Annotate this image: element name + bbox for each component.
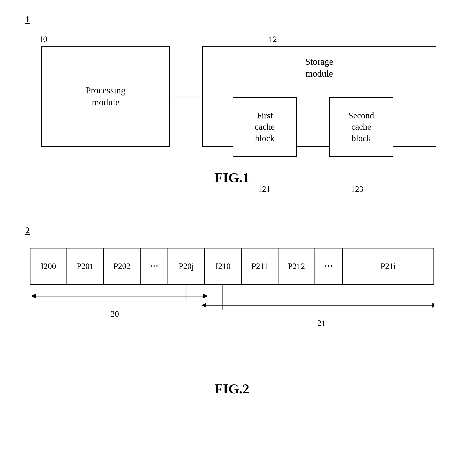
first-cache-block-box: Firstcacheblock xyxy=(233,97,297,157)
sequence-svg: I200 P201 P202 ··· P20j I210 P211 P212 ·… xyxy=(30,248,434,335)
svg-text:I200: I200 xyxy=(41,262,56,271)
fig1-label-12: 12 xyxy=(269,34,277,44)
fig1-main-label: 1 xyxy=(25,14,30,25)
svg-text:P212: P212 xyxy=(288,262,305,271)
svg-text:21: 21 xyxy=(317,319,326,328)
sequence-container: I200 P201 P202 ··· P20j I210 P211 P212 ·… xyxy=(30,248,434,317)
fig1-label-123: 123 xyxy=(351,184,363,194)
storage-module-box: Storagemodule Firstcacheblock Secondcach… xyxy=(202,46,436,147)
storage-module-label: Storagemodule xyxy=(203,56,436,80)
fig1-section: 1 10 12 Processingmodule Storagemodule F… xyxy=(18,14,446,193)
svg-marker-24 xyxy=(203,294,208,298)
svg-text:P21i: P21i xyxy=(380,262,396,271)
second-cache-label: Secondcacheblock xyxy=(348,110,374,144)
fig2-caption: FIG.2 xyxy=(18,381,446,397)
fig2-main-label: 2 xyxy=(25,225,30,236)
fig1-label-10: 10 xyxy=(39,34,47,44)
svg-text:···: ··· xyxy=(150,260,158,272)
svg-text:20: 20 xyxy=(111,309,119,319)
svg-text:P202: P202 xyxy=(113,262,130,271)
svg-text:P20j: P20j xyxy=(179,262,194,271)
fig1-caption: FIG.1 xyxy=(18,170,446,186)
page-container: 1 10 12 Processingmodule Storagemodule F… xyxy=(0,0,457,476)
svg-marker-23 xyxy=(31,294,36,298)
svg-text:···: ··· xyxy=(324,260,333,272)
svg-text:P211: P211 xyxy=(251,262,268,271)
fig2-section: 2 xyxy=(18,225,446,413)
svg-marker-28 xyxy=(432,303,434,307)
svg-text:I210: I210 xyxy=(216,262,231,271)
second-cache-block-box: Secondcacheblock xyxy=(329,97,393,157)
svg-rect-2 xyxy=(30,248,434,284)
svg-text:P201: P201 xyxy=(77,262,94,271)
processing-module-label: Processingmodule xyxy=(86,85,125,108)
fig1-label-121: 121 xyxy=(258,184,270,194)
svg-marker-27 xyxy=(201,303,206,307)
first-cache-label: Firstcacheblock xyxy=(255,110,275,144)
cache-connector-line xyxy=(297,127,329,127)
processing-module-box: Processingmodule xyxy=(41,46,170,147)
connector-line xyxy=(170,96,203,96)
